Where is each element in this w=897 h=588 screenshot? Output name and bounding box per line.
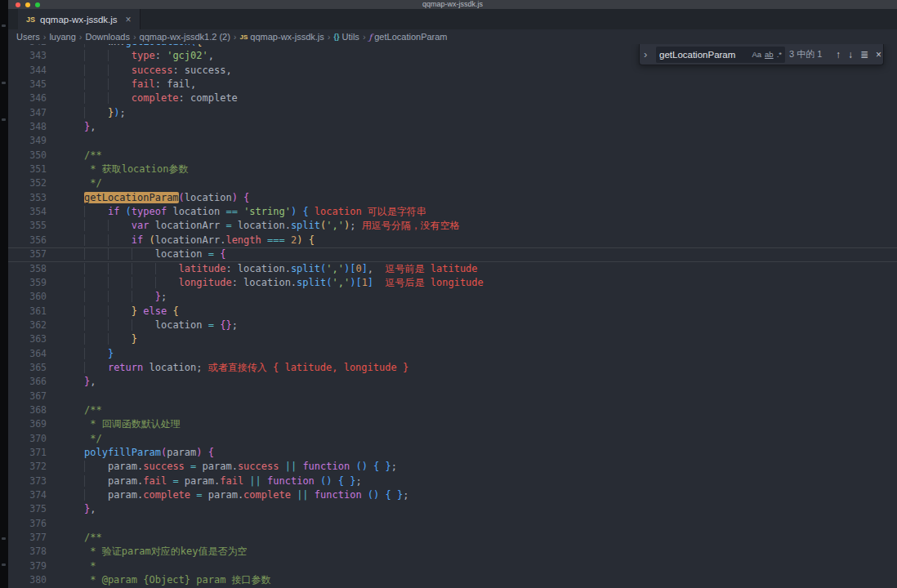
code-line[interactable]: 370 */ <box>8 432 897 446</box>
find-input[interactable]: getLocationParam Aa ab .* <box>656 47 785 63</box>
tab-close-icon[interactable]: × <box>126 14 132 25</box>
line-number: 347 <box>8 106 47 120</box>
line-number: 368 <box>8 403 47 417</box>
maximize-window-button[interactable] <box>35 2 40 7</box>
breadcrumb-item[interactable]: Users <box>16 32 40 42</box>
code-line[interactable]: 360 }; <box>8 290 897 304</box>
code-line[interactable]: 372 param.success = param.success || fun… <box>8 460 897 474</box>
breadcrumb-item[interactable]: {}Utils <box>333 32 359 42</box>
close-find-icon[interactable]: × <box>874 49 883 60</box>
code-line[interactable]: 375}, <box>8 502 897 516</box>
line-number: 369 <box>8 417 47 431</box>
code-line[interactable]: 355 var locationArr = location.split(','… <box>8 219 897 233</box>
find-in-selection-icon[interactable]: ≣ <box>859 49 870 60</box>
edge-artifact <box>2 82 6 84</box>
replace-toggle-chevron-icon[interactable]: › <box>644 48 652 60</box>
code-line[interactable]: 373 param.fail = param.fail || function … <box>8 474 897 488</box>
code-line[interactable]: 378 * 验证param对应的key值是否为空 <box>8 545 897 559</box>
code-line[interactable]: 371polyfillParam(param) { <box>8 446 897 460</box>
minimize-window-button[interactable] <box>25 2 30 7</box>
breadcrumb-separator-icon: › <box>234 32 237 42</box>
title-bar: qqmap-wx-jssdk.js <box>8 0 897 9</box>
code-text: /** <box>84 403 102 417</box>
code-line[interactable]: 350/** <box>8 149 897 163</box>
line-number: 374 <box>8 488 47 502</box>
code-line[interactable]: 364 } <box>8 347 897 361</box>
code-line[interactable]: 366}, <box>8 375 897 389</box>
regex-icon[interactable]: .* <box>777 50 782 59</box>
breadcrumb-separator-icon: › <box>43 32 47 42</box>
code-line[interactable]: 359 longitude: location.split(',')[1] 逗号… <box>8 276 897 290</box>
code-line[interactable]: 380 * @param {Object} param 接口参数 <box>8 573 897 587</box>
edge-artifact <box>2 24 6 27</box>
code-editor[interactable]: › getLocationParam Aa ab .* 3 中的 1 ↑ ↓ ≣… <box>8 44 897 588</box>
code-line[interactable]: 346 complete: complete <box>8 91 897 105</box>
close-window-button[interactable] <box>16 2 20 7</box>
previous-match-icon[interactable]: ↑ <box>834 49 842 60</box>
code-line[interactable]: 368/** <box>8 403 897 417</box>
code-line[interactable]: 357 location = { <box>8 247 897 261</box>
code-line[interactable]: 379 * <box>8 559 897 573</box>
breadcrumb-item[interactable]: Downloads <box>86 32 130 42</box>
line-number: 354 <box>8 205 47 219</box>
next-match-icon[interactable]: ↓ <box>846 49 855 60</box>
code-text: * @param {Object} param 接口参数 <box>84 573 271 587</box>
code-text: param.fail = param.fail || function () {… <box>84 474 362 488</box>
code-line[interactable]: 354 if (typeof location == 'string') { l… <box>8 205 897 219</box>
code-line[interactable]: 377/** <box>8 531 897 545</box>
code-text: */ <box>84 176 102 190</box>
breadcrumb-label: getLocationParam <box>374 32 447 42</box>
breadcrumb-item[interactable]: ƒgetLocationParam <box>369 32 448 42</box>
find-query-text[interactable]: getLocationParam <box>659 50 748 60</box>
code-line[interactable]: 361 } else { <box>8 305 897 318</box>
code-line[interactable]: 352 */ <box>8 176 897 190</box>
line-number: 344 <box>8 64 47 78</box>
code-text: location = { <box>84 247 225 261</box>
code-line[interactable]: 367 <box>8 390 897 403</box>
code-line[interactable]: 356 if (locationArr.length === 2) { <box>8 234 897 247</box>
code-line[interactable]: 353getLocationParam(location) { <box>8 191 897 205</box>
code-line[interactable]: 348}, <box>8 120 897 134</box>
tab-qqmap-wx-jssdk[interactable]: JS qqmap-wx-jssdk.js × <box>18 9 141 29</box>
line-number: 371 <box>8 446 47 460</box>
code-line[interactable]: 344 success: success, <box>8 64 897 78</box>
code-line[interactable]: 347 }); <box>8 106 897 120</box>
code-line[interactable]: 374 param.complete = param.complete || f… <box>8 488 897 502</box>
code-line[interactable]: 349 <box>8 134 897 148</box>
line-number: 360 <box>8 290 47 304</box>
code-text: * 回调函数默认处理 <box>84 417 181 431</box>
code-line[interactable]: 351 * 获取location参数 <box>8 163 897 176</box>
match-case-icon[interactable]: Aa <box>752 50 761 59</box>
line-number: 343 <box>8 49 47 63</box>
breadcrumb-label: qqmap-wx-jssdk.js <box>250 32 324 42</box>
line-number: 366 <box>8 375 47 389</box>
line-number: 357 <box>8 247 47 261</box>
line-number: 380 <box>8 573 47 587</box>
line-number: 365 <box>8 361 47 375</box>
js-file-icon: JS <box>26 16 35 24</box>
breadcrumb-separator-icon: › <box>328 32 331 42</box>
code-text: param.complete = param.complete || funct… <box>84 488 408 502</box>
line-number: 376 <box>8 517 47 531</box>
line-number: 355 <box>8 219 47 233</box>
code-text: /** <box>84 531 102 545</box>
code-text: getLocationParam(location) { <box>84 191 249 205</box>
code-line[interactable]: 363 } <box>8 332 897 346</box>
code-line[interactable]: 365 return location; 或者直接传入 { latitude, … <box>8 361 897 375</box>
breadcrumb-item[interactable]: qqmap-wx-jssdk1.2 (2) <box>140 32 230 42</box>
code-line[interactable]: 345 fail: fail, <box>8 78 897 91</box>
code-text: longitude: location.split(',')[1] 逗号后是 l… <box>84 276 484 290</box>
breadcrumb-separator-icon: › <box>363 32 366 42</box>
code-text: param.success = param.success || functio… <box>84 460 397 474</box>
code-line[interactable]: 362 location = {}; <box>8 318 897 332</box>
line-number: 352 <box>8 176 47 190</box>
code-line[interactable]: 369 * 回调函数默认处理 <box>8 417 897 431</box>
code-line[interactable]: 358 latitude: location.split(',')[0], 逗号… <box>8 262 897 276</box>
line-number: 345 <box>8 78 47 91</box>
whole-word-icon[interactable]: ab <box>765 50 774 59</box>
breadcrumb-item[interactable]: luyang <box>49 32 75 42</box>
breadcrumb-label: luyang <box>49 32 75 42</box>
code-line[interactable]: 376 <box>8 517 897 531</box>
breadcrumb-item[interactable]: JSqqmap-wx-jssdk.js <box>240 32 324 42</box>
code-text: } <box>84 332 137 346</box>
